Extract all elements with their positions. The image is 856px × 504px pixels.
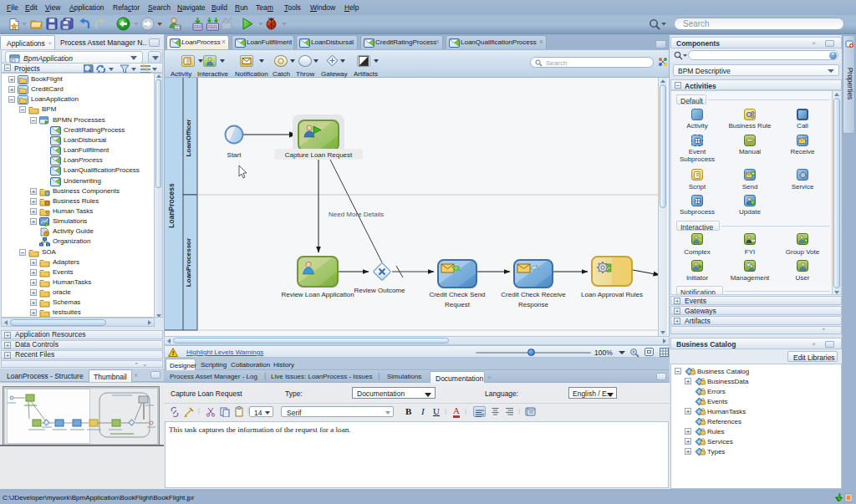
svg-text:LoanOfficer: LoanOfficer <box>185 120 192 157</box>
svg-text:Response: Response <box>518 301 549 308</box>
svg-text:Review Loan Application: Review Loan Application <box>281 291 354 298</box>
svg-text:010: 010 <box>194 24 201 29</box>
svg-text:0101: 0101 <box>208 24 217 29</box>
svg-text:Loan Approval Rules: Loan Approval Rules <box>581 291 643 298</box>
svg-text:Need More Details: Need More Details <box>329 211 384 218</box>
svg-text:123: 123 <box>174 25 181 30</box>
svg-text:Credit Check Receive: Credit Check Receive <box>501 291 566 298</box>
svg-text:Capture Loan Request: Capture Loan Request <box>285 151 353 159</box>
svg-text:Review Outcome: Review Outcome <box>354 287 405 294</box>
svg-text:Request: Request <box>445 301 471 308</box>
svg-text:!: ! <box>172 349 175 357</box>
svg-text:LoanProcess: LoanProcess <box>167 183 176 228</box>
svg-text:Credit Check Send: Credit Check Send <box>429 291 485 298</box>
svg-text:LoanProcessor: LoanProcessor <box>185 238 192 287</box>
svg-text:Start: Start <box>227 151 242 159</box>
